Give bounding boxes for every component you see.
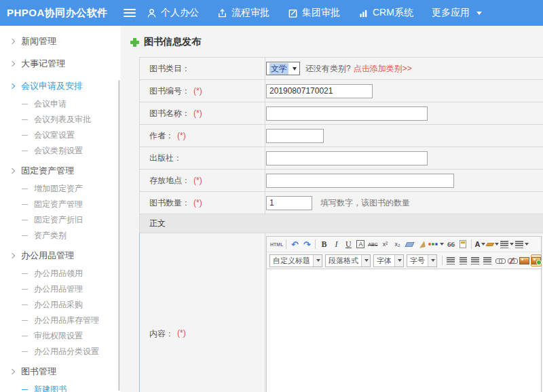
- required-mark: (*): [193, 109, 202, 118]
- sidebar-item-approval-permission[interactable]: 审批权限设置: [0, 328, 121, 344]
- sidebar-item-asset-add[interactable]: 增加固定资产: [0, 181, 121, 197]
- sidebar-item-supplies-classification[interactable]: 办公用品分类设置: [0, 344, 121, 359]
- chevron-right-icon: [10, 83, 15, 89]
- paragraph-format-select[interactable]: 段落格式: [325, 254, 371, 267]
- bold-button[interactable]: B: [318, 238, 329, 250]
- sidebar-item-supplies-claim[interactable]: 办公用品领用: [0, 266, 121, 281]
- upload-image-icon[interactable]: [531, 254, 542, 267]
- nav-process-approval[interactable]: 流程审批: [217, 7, 269, 19]
- nav-personal-office[interactable]: 个人办公: [147, 7, 199, 19]
- strikethrough-button[interactable]: ABC: [367, 238, 378, 250]
- sidebar-item-supplies-purchase[interactable]: 办公用品采购: [0, 297, 121, 313]
- align-left-icon[interactable]: [445, 254, 456, 267]
- form-row-publisher: 出版社：: [139, 147, 543, 170]
- form-row-location: 存放地点：(*): [139, 170, 543, 192]
- book-no-label: 图书编号：: [149, 85, 190, 97]
- location-input[interactable]: [266, 174, 454, 188]
- category-select[interactable]: 文学: [266, 62, 300, 75]
- sidebar-item-supplies-inventory[interactable]: 办公用品库存管理: [0, 313, 121, 328]
- dash-icon: [22, 189, 28, 189]
- sidebar-item-asset-category[interactable]: 资产类别: [0, 228, 121, 243]
- publisher-input[interactable]: [266, 151, 428, 165]
- align-center-icon[interactable]: [457, 254, 468, 267]
- sidebar-item-supplies-manage[interactable]: 办公用品管理: [0, 281, 121, 297]
- dash-icon: [22, 104, 28, 104]
- paste-plain-icon[interactable]: [457, 238, 468, 250]
- chevron-right-icon: [10, 61, 15, 66]
- font-family-select[interactable]: 字体: [373, 254, 404, 267]
- required-mark: (*): [177, 131, 186, 140]
- highlight-color-button[interactable]: [487, 238, 499, 250]
- subscript-button[interactable]: x₂: [392, 238, 402, 250]
- book-name-input[interactable]: [266, 106, 428, 121]
- font-color-button[interactable]: A: [474, 238, 485, 250]
- character-border-button[interactable]: A: [356, 240, 364, 248]
- book-no-input[interactable]: [266, 84, 373, 98]
- underline-button[interactable]: U: [343, 238, 354, 250]
- form-row-content: 内容： (*) HTML ↶ ↷ B I U A: [139, 233, 543, 392]
- page-title: 图书信息发布: [130, 36, 543, 48]
- sidebar-group-books[interactable]: 图书管理: [0, 361, 121, 382]
- menu-toggle-icon[interactable]: [124, 9, 136, 17]
- caret-down-icon: [476, 12, 482, 15]
- required-mark: (*): [177, 328, 186, 338]
- redo-icon[interactable]: ↷: [301, 238, 312, 250]
- editor-content-area[interactable]: [267, 269, 541, 392]
- content-label: 内容：: [149, 328, 174, 340]
- align-justify-icon[interactable]: [482, 254, 493, 267]
- sidebar-item-meeting-apply[interactable]: 会议申请: [0, 96, 121, 112]
- italic-button[interactable]: I: [331, 238, 341, 250]
- quantity-input[interactable]: [266, 196, 312, 210]
- dash-icon: [22, 235, 28, 236]
- ordered-list-icon[interactable]: [500, 238, 514, 250]
- auto-typeset-icon[interactable]: [428, 238, 444, 250]
- font-size-select[interactable]: 字号: [407, 254, 437, 267]
- location-label: 存放地点：: [149, 175, 190, 187]
- sidebar-scrollbar[interactable]: [118, 80, 120, 391]
- remove-link-icon[interactable]: [506, 254, 517, 267]
- sidebar-menu: 新闻管理 大事记管理 会议申请及安排 会议申请 会议列表及审批 会议室设置 会议…: [0, 26, 121, 392]
- sidebar-group-memorabilia[interactable]: 大事记管理: [0, 54, 121, 74]
- book-name-label: 图书名称：: [149, 108, 190, 119]
- sidebar-group-office-supplies[interactable]: 办公用品管理: [0, 246, 121, 266]
- sidebar-item-asset-depreciation[interactable]: 固定资产折旧: [0, 212, 121, 228]
- chevron-right-icon: [10, 253, 15, 258]
- insert-image-icon[interactable]: [519, 254, 529, 267]
- dash-icon: [22, 119, 28, 120]
- blockquote-button[interactable]: 66: [445, 238, 456, 250]
- sidebar-item-meeting-category[interactable]: 会议类别设置: [0, 143, 121, 159]
- sidebar-item-new-book[interactable]: 新建图书: [0, 382, 121, 392]
- sidebar-item-meeting-room[interactable]: 会议室设置: [0, 128, 121, 143]
- nav-group-approval[interactable]: 集团审批: [288, 7, 340, 19]
- add-category-link[interactable]: 点击添加类别>>: [354, 63, 412, 75]
- nav-more-apps[interactable]: 更多应用: [432, 7, 482, 19]
- eraser-icon[interactable]: [404, 238, 415, 250]
- unordered-list-icon[interactable]: [515, 238, 529, 250]
- sidebar-item-asset-manage[interactable]: 固定资产管理: [0, 197, 121, 212]
- caret-down-icon: [293, 67, 297, 71]
- sidebar-item-meeting-list[interactable]: 会议列表及审批: [0, 112, 121, 128]
- dash-icon: [22, 135, 28, 136]
- insert-link-icon[interactable]: [494, 254, 505, 267]
- html-source-button[interactable]: HTML: [270, 238, 283, 250]
- sidebar-group-meeting[interactable]: 会议申请及安排: [0, 76, 121, 96]
- format-clear-icon[interactable]: [416, 238, 427, 250]
- dash-icon: [22, 151, 28, 151]
- sidebar-group-news[interactable]: 新闻管理: [0, 31, 121, 52]
- sidebar-group-fixed-assets[interactable]: 固定资产管理: [0, 161, 121, 181]
- book-form: 图书类目： 文学 还没有类别? 点击添加类别>> 图书编号：(*) 图书名称：(…: [139, 57, 543, 392]
- nav-crm-system[interactable]: CRM系统: [358, 7, 413, 19]
- quantity-hint: 填写数字，该图书的数量: [320, 197, 410, 209]
- custom-title-select[interactable]: 自定义标题: [269, 254, 322, 267]
- required-mark: (*): [193, 86, 202, 96]
- quantity-label: 图书数量：: [149, 197, 190, 209]
- dash-icon: [22, 273, 28, 274]
- add-plus-icon: [130, 38, 139, 47]
- align-right-icon[interactable]: [470, 254, 481, 267]
- author-input[interactable]: [266, 129, 324, 143]
- dash-icon: [22, 351, 28, 352]
- undo-icon[interactable]: ↶: [289, 238, 300, 250]
- main-content: 图书信息发布 图书类目： 文学 还没有类别? 点击添加类别>> 图书编号：(*)…: [121, 26, 543, 392]
- superscript-button[interactable]: x²: [379, 238, 390, 250]
- form-row-quantity: 图书数量：(*) 填写数字，该图书的数量: [139, 192, 543, 214]
